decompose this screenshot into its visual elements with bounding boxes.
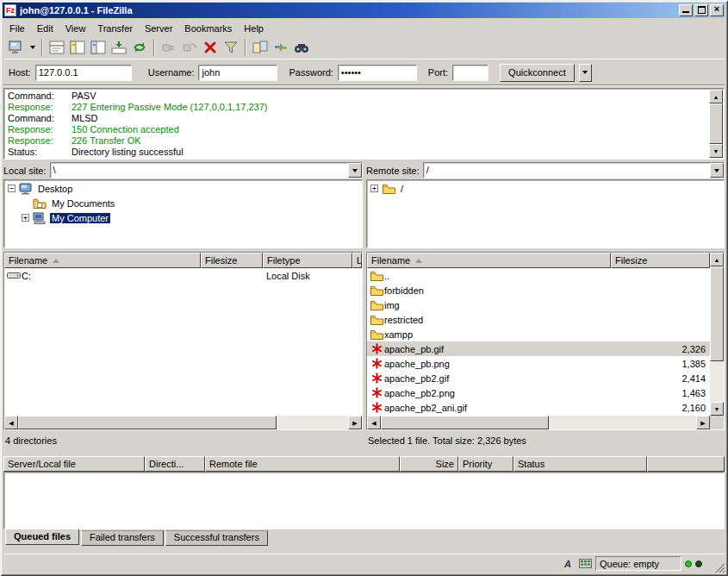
- directory-compare-icon[interactable]: [250, 38, 271, 57]
- password-input[interactable]: [338, 65, 417, 81]
- desktop-icon: [18, 183, 34, 195]
- tab-queued-files[interactable]: Queued files: [5, 529, 79, 545]
- remote-site-value: /: [424, 163, 710, 178]
- filter-icon[interactable]: [221, 38, 241, 57]
- log-line: Command:PASV: [8, 91, 706, 102]
- port-input[interactable]: [452, 65, 488, 81]
- remote-tree[interactable]: + /: [366, 179, 725, 248]
- file-row[interactable]: apache_pb.png 1,385: [367, 356, 710, 371]
- tree-item-my-computer[interactable]: + My Computer: [4, 210, 362, 225]
- scrollbar-thumb[interactable]: [709, 103, 723, 144]
- local-horizontal-scrollbar[interactable]: ◀ ▶: [4, 416, 362, 429]
- menu-server[interactable]: Server: [139, 22, 178, 35]
- queue-column-size[interactable]: Size: [400, 456, 458, 472]
- scroll-left-icon[interactable]: ◀: [367, 416, 381, 429]
- remote-site-combo[interactable]: /: [423, 162, 725, 178]
- menu-bookmarks[interactable]: Bookmarks: [178, 22, 238, 35]
- file-row[interactable]: apache_pb2_ani.gif 2,160: [367, 400, 710, 415]
- scroll-down-icon[interactable]: ▼: [710, 402, 724, 416]
- column-header-filetype[interactable]: Filetype: [263, 253, 352, 268]
- column-header-filename[interactable]: Filename: [367, 253, 611, 268]
- message-log[interactable]: Command:PASV Response:227 Entering Passi…: [3, 88, 725, 160]
- toggle-local-tree-icon[interactable]: [67, 38, 88, 57]
- file-row[interactable]: ..: [367, 268, 710, 283]
- host-input[interactable]: [35, 65, 132, 81]
- synchronized-browsing-icon[interactable]: [271, 38, 291, 57]
- column-header-filesize[interactable]: Filesize: [611, 253, 710, 268]
- minimize-button[interactable]: [679, 4, 693, 16]
- log-line: Response:227 Entering Passive Mode (127,…: [8, 102, 706, 113]
- statusbar: A Queue: empty: [3, 554, 725, 573]
- file-row[interactable]: img: [367, 297, 710, 312]
- menu-view[interactable]: View: [59, 22, 92, 35]
- scroll-right-icon[interactable]: ▶: [348, 416, 362, 429]
- tree-item-desktop[interactable]: − Desktop: [4, 181, 362, 196]
- file-row[interactable]: apache_pb2.png 1,463: [367, 385, 710, 400]
- scroll-right-icon[interactable]: ▶: [696, 416, 710, 429]
- transfer-type-icon[interactable]: A: [561, 558, 575, 570]
- toggle-remote-tree-icon[interactable]: [88, 38, 109, 57]
- column-header-filename[interactable]: Filename: [4, 253, 201, 268]
- tree-item-my-documents[interactable]: My Documents: [4, 196, 362, 210]
- quickconnect-button[interactable]: Quickconnect: [500, 64, 575, 82]
- local-tree[interactable]: − Desktop My Documents + My Computer: [3, 179, 363, 248]
- menu-help[interactable]: Help: [238, 22, 270, 35]
- image-file-icon: [369, 402, 384, 413]
- queue-column-server-local-file[interactable]: Server/Local file: [3, 456, 145, 472]
- combo-dropdown-icon[interactable]: [348, 163, 362, 178]
- reconnect-icon[interactable]: [179, 38, 200, 57]
- speed-limit-icon[interactable]: [578, 558, 592, 570]
- local-site-combo[interactable]: \: [50, 162, 363, 178]
- file-row[interactable]: apache_pb2.gif 2,414: [367, 371, 710, 385]
- remote-vertical-scrollbar[interactable]: ▲ ▼: [710, 253, 724, 416]
- scrollbar-thumb[interactable]: [18, 416, 277, 429]
- toggle-queue-icon[interactable]: [109, 38, 129, 57]
- site-manager-icon[interactable]: [7, 38, 28, 57]
- scroll-down-icon[interactable]: ▼: [709, 144, 723, 158]
- folder-icon: [369, 300, 384, 310]
- close-button[interactable]: ×: [710, 4, 724, 16]
- maximize-button[interactable]: [694, 4, 708, 16]
- file-row-selected[interactable]: apache_pb.gif 2,326: [367, 341, 710, 356]
- scroll-up-icon[interactable]: ▲: [710, 253, 724, 266]
- titlebar[interactable]: Fz john@127.0.0.1 - FileZilla ×: [3, 3, 725, 18]
- column-header-filesize[interactable]: Filesize: [201, 253, 263, 268]
- column-header-last-modified[interactable]: L: [352, 253, 362, 268]
- site-manager-dropdown-icon[interactable]: [28, 38, 38, 57]
- queue-column-priority[interactable]: Priority: [458, 456, 513, 472]
- find-files-icon[interactable]: [291, 38, 312, 57]
- collapse-icon[interactable]: −: [8, 185, 16, 192]
- disconnect-icon[interactable]: [159, 38, 179, 57]
- quickconnect-dropdown[interactable]: [579, 64, 592, 82]
- expand-icon[interactable]: +: [22, 214, 29, 222]
- toggle-message-log-icon[interactable]: [47, 38, 67, 57]
- expand-icon[interactable]: +: [370, 185, 378, 192]
- menu-edit[interactable]: Edit: [31, 22, 59, 35]
- combo-dropdown-icon[interactable]: [710, 163, 724, 178]
- tab-successful-transfers[interactable]: Successful transfers: [165, 530, 268, 546]
- resize-grip[interactable]: [714, 562, 725, 573]
- menu-transfer[interactable]: Transfer: [91, 22, 139, 35]
- cancel-icon[interactable]: [200, 38, 221, 57]
- refresh-icon[interactable]: [129, 38, 150, 57]
- queue-column-remote-file[interactable]: Remote file: [205, 456, 400, 472]
- tree-item-root[interactable]: + /: [367, 181, 724, 196]
- scrollbar-thumb[interactable]: [381, 416, 549, 429]
- queue-column-direction[interactable]: Directi...: [145, 456, 205, 472]
- log-scrollbar[interactable]: ▲ ▼: [709, 90, 723, 158]
- queue-list[interactable]: [3, 472, 725, 529]
- menu-file[interactable]: File: [3, 22, 31, 35]
- scroll-left-icon[interactable]: ◀: [4, 416, 18, 429]
- file-row[interactable]: restricted: [367, 312, 710, 327]
- scrollbar-thumb[interactable]: [710, 266, 724, 361]
- folder-icon: [369, 315, 384, 325]
- file-row[interactable]: xampp: [367, 327, 710, 341]
- scroll-up-icon[interactable]: ▲: [709, 90, 723, 103]
- my-documents-icon: [32, 197, 47, 209]
- remote-horizontal-scrollbar[interactable]: ◀ ▶: [367, 416, 710, 429]
- tab-failed-transfers[interactable]: Failed transfers: [81, 530, 164, 546]
- file-row-c-drive[interactable]: C: Local Disk: [4, 268, 362, 283]
- queue-column-status[interactable]: Status: [513, 456, 647, 472]
- username-input[interactable]: [198, 65, 277, 81]
- file-row[interactable]: forbidden: [367, 283, 710, 297]
